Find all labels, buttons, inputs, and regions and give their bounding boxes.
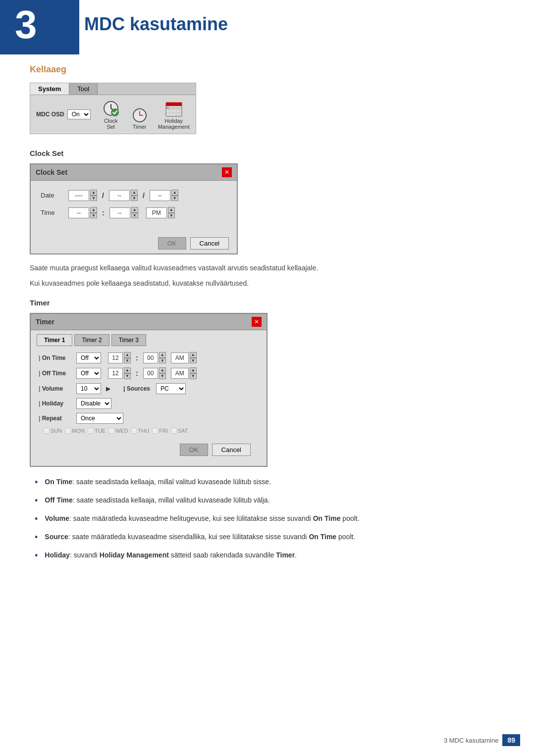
off-time-row: Off Time Off On 12 ▲ ▼ : 00 ▲ [39, 367, 259, 379]
off-time-ampm-field[interactable]: AM [171, 368, 189, 379]
day-wed-checkbox[interactable] [108, 428, 114, 434]
day-fri: FRI [152, 428, 168, 434]
timer-heading: Timer [30, 299, 505, 307]
date-down-1[interactable]: ▼ [90, 196, 97, 202]
holiday-icon-item[interactable]: HolidayManagement [158, 99, 190, 130]
volume-arrow: ▶ [106, 385, 110, 392]
bullet-volume: • Volume: saate määratleda kuvaseadme he… [35, 513, 505, 526]
date-label: Date [41, 192, 65, 199]
bullet-dot-2: • [35, 494, 38, 507]
timer-tab-1[interactable]: Timer 1 [37, 334, 72, 346]
svg-point-1 [111, 108, 119, 116]
ampm-field[interactable]: PM [146, 207, 167, 218]
svg-rect-3 [138, 108, 142, 109]
on-time-ampm-down[interactable]: ▼ [190, 358, 197, 364]
time-field-1[interactable]: -- [68, 207, 89, 218]
off-time-sep: : [136, 369, 138, 377]
timer-icon-item[interactable]: Timer [129, 105, 150, 130]
bullet-holiday: • Holiday: suvandi Holiday Management sä… [35, 550, 505, 562]
on-time-select[interactable]: Off On [76, 353, 101, 363]
timer-cancel-button[interactable]: Cancel [212, 444, 251, 456]
date-up-3[interactable]: ▲ [171, 190, 178, 196]
date-down-3[interactable]: ▼ [171, 196, 178, 202]
on-time-h-field[interactable]: 12 [108, 353, 123, 363]
time-field-2[interactable]: -- [109, 207, 130, 218]
off-time-ampm-up[interactable]: ▲ [190, 367, 197, 373]
clock-set-cancel-button[interactable]: Cancel [190, 237, 229, 250]
timer-close-icon[interactable]: ✕ [252, 317, 262, 327]
volume-label: Volume [39, 385, 73, 392]
on-time-m-down[interactable]: ▼ [159, 358, 166, 364]
date-field-2[interactable]: -- [109, 190, 130, 201]
on-time-m-up[interactable]: ▲ [159, 352, 166, 358]
close-icon[interactable]: ✕ [222, 167, 232, 177]
off-time-h-down[interactable]: ▼ [124, 373, 131, 379]
bullet-dot-4: • [35, 531, 38, 544]
time-up-1[interactable]: ▲ [90, 207, 97, 213]
date-up-1[interactable]: ▲ [90, 190, 97, 196]
mdc-osd-select[interactable]: On Off [67, 109, 91, 119]
time-down-1[interactable]: ▼ [90, 213, 97, 219]
day-thu-checkbox[interactable] [131, 428, 137, 434]
repeat-select[interactable]: Once Every Day Every Week [76, 413, 123, 424]
on-time-m-arrows: ▲ ▼ [159, 352, 166, 363]
holiday-row: Holiday Disable Enable [39, 398, 259, 409]
off-time-ampm-down[interactable]: ▼ [190, 373, 197, 379]
on-time-ampm-up[interactable]: ▲ [190, 352, 197, 358]
sources-label: | Sources [123, 385, 150, 392]
on-time-m-field[interactable]: 00 [143, 353, 158, 363]
ampm-up[interactable]: ▲ [168, 207, 175, 213]
date-field-3[interactable]: -- [150, 190, 170, 201]
tab-system[interactable]: System [30, 83, 69, 95]
on-time-h-down[interactable]: ▼ [124, 358, 131, 364]
day-tue-checkbox[interactable] [88, 428, 94, 434]
date-down-2[interactable]: ▼ [131, 196, 138, 202]
ampm-arrows: ▲ ▼ [168, 207, 175, 218]
off-time-h-field[interactable]: 12 [108, 368, 123, 379]
clock-set-dialog-title: Clock Set [36, 168, 67, 176]
timer-label-icon: Timer [133, 124, 147, 130]
bullet-on-time: • On Time: saate seadistada kellaaja, mi… [35, 477, 505, 489]
bullet-dot-1: • [35, 476, 38, 489]
clock-set-dialog-body: Date ---- ▲ ▼ / -- ▲ ▼ / [31, 181, 237, 233]
timer-tab-3[interactable]: Timer 3 [111, 334, 146, 346]
clock-set-ok-button[interactable]: OK [158, 237, 186, 250]
volume-sources-row: Volume 10 ▶ | Sources PC [39, 383, 259, 394]
day-sat-checkbox[interactable] [171, 428, 177, 434]
date-field-1[interactable]: ---- [68, 190, 89, 201]
off-time-m-field[interactable]: 00 [143, 368, 158, 379]
icon-group: ClockSet Timer [101, 99, 190, 130]
off-time-m-arrows: ▲ ▼ [159, 367, 166, 379]
off-time-h-up[interactable]: ▲ [124, 367, 131, 373]
off-time-m-up[interactable]: ▲ [159, 367, 166, 373]
time-down-2[interactable]: ▼ [131, 213, 138, 219]
day-sun-checkbox[interactable] [44, 428, 50, 434]
date-up-2[interactable]: ▲ [131, 190, 138, 196]
off-time-ampm-arrows: ▲ ▼ [190, 367, 197, 379]
off-time-m-down[interactable]: ▼ [159, 373, 166, 379]
svg-rect-16 [177, 106, 179, 109]
day-fri-checkbox[interactable] [152, 428, 158, 434]
volume-select[interactable]: 10 [76, 383, 101, 394]
off-time-h-arrows: ▲ ▼ [124, 367, 131, 379]
clock-set-footer: OK Cancel [31, 233, 237, 253]
chapter-title: MDC kasutamine [84, 14, 228, 35]
svg-rect-17 [180, 106, 181, 109]
off-time-select[interactable]: Off On [76, 368, 101, 379]
on-time-h-up[interactable]: ▲ [124, 352, 131, 358]
bullet-source-text: Source: saate määratleda kuvaseadme sise… [45, 532, 355, 542]
holiday-select[interactable]: Disable Enable [76, 398, 111, 409]
tab-tool[interactable]: Tool [69, 83, 98, 95]
sources-select[interactable]: PC [156, 383, 186, 394]
timer-tab-2[interactable]: Timer 2 [74, 334, 109, 346]
time-arrows-1: ▲ ▼ [90, 207, 97, 218]
ampm-down[interactable]: ▼ [168, 213, 175, 219]
date-row: Date ---- ▲ ▼ / -- ▲ ▼ / [41, 190, 227, 201]
on-time-row: On Time Off On 12 ▲ ▼ : 00 ▲ [39, 352, 259, 363]
day-mon-checkbox[interactable] [65, 428, 71, 434]
on-time-ampm-field[interactable]: AM [171, 353, 189, 363]
clock-set-icon-item[interactable]: ClockSet [101, 99, 121, 130]
off-time-label: Off Time [39, 370, 73, 377]
time-up-2[interactable]: ▲ [131, 207, 138, 213]
timer-ok-button[interactable]: OK [180, 444, 208, 456]
